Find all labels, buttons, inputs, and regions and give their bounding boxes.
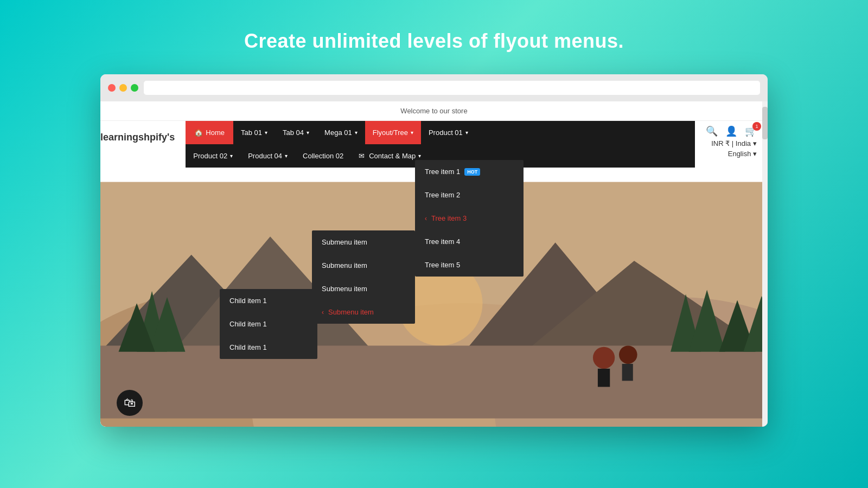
address-bar[interactable] — [144, 81, 760, 95]
submenu-item-1-label: Submenu item — [322, 238, 367, 246]
tree-item-3[interactable]: ‹ Tree item 3 — [415, 207, 524, 230]
nav-home-label: Home — [206, 129, 225, 137]
chevron-down-icon: ▾ — [418, 153, 421, 159]
tree-item-1[interactable]: Tree item 1 HOT — [415, 160, 524, 183]
svg-rect-18 — [598, 369, 610, 387]
nav-product04[interactable]: Product 04 ▾ — [240, 144, 295, 168]
welcome-bar: Welcome to our store — [100, 101, 768, 121]
nav-flyout-tree[interactable]: Flyout/Tree ▾ — [365, 121, 421, 144]
chevron-down-icon: ▾ — [355, 130, 358, 136]
child-item-1[interactable]: Child item 1 — [220, 289, 317, 312]
close-button[interactable] — [108, 84, 116, 92]
chevron-down-icon: ▾ — [285, 153, 288, 159]
chevron-down-icon: ▾ — [265, 130, 267, 136]
welcome-text: Welcome to our store — [400, 107, 467, 115]
child-item-3-label: Child item 1 — [229, 343, 267, 351]
account-icon[interactable]: 👤 — [725, 125, 737, 137]
nav-product04-label: Product 04 — [248, 152, 282, 160]
tree-item-2-label: Tree item 2 — [425, 191, 460, 199]
home-icon: 🏠 — [194, 129, 203, 137]
scrollbar-thumb[interactable] — [762, 107, 768, 139]
chevron-down-icon: ▾ — [411, 130, 413, 136]
language-row[interactable]: English ▾ — [728, 150, 757, 158]
nav-tab04-label: Tab 04 — [283, 129, 304, 137]
nav-collection02[interactable]: Collection 02 — [295, 144, 351, 168]
currency-row[interactable]: INR ₹ | India ▾ — [711, 139, 757, 147]
nav-tab01[interactable]: Tab 01 ▾ — [233, 121, 275, 144]
svg-rect-9 — [100, 345, 768, 418]
icons-row: 🔍 👤 🛒 1 — [706, 125, 757, 137]
nav-product02-label: Product 02 — [193, 152, 227, 160]
nav-product01-label: Product 01 — [429, 129, 463, 137]
nav-collection02-label: Collection 02 — [303, 152, 343, 160]
tree-item-5-label: Tree item 5 — [425, 261, 460, 269]
nav-mega01[interactable]: Mega 01 ▾ — [317, 121, 365, 144]
shopify-icon: 🛍 — [124, 396, 136, 410]
flyout-tree-dropdown: Tree item 1 HOT Tree item 2 ‹ Tree item … — [415, 160, 524, 277]
submenu-item-2-label: Submenu item — [322, 261, 367, 269]
chevron-down-icon: ▾ — [307, 130, 309, 136]
header-right: 🔍 👤 🛒 1 INR ₹ | India ▾ English ▾ — [695, 121, 768, 168]
nav-product01[interactable]: Product 01 ▾ — [421, 121, 476, 144]
tree-item-3-label: Tree item 3 — [431, 214, 467, 222]
store-logo: learningshpify's — [100, 121, 186, 168]
tree-item-5[interactable]: Tree item 5 — [415, 253, 524, 277]
minimize-button[interactable] — [119, 84, 127, 92]
chevron-down-icon: ▾ — [465, 130, 468, 136]
child-item-1-label: Child item 1 — [229, 297, 267, 305]
nav-envelope-icon: ✉ — [359, 152, 365, 160]
browser-window: Welcome to our store learningshpify's 🏠 … — [100, 74, 768, 427]
svg-point-19 — [619, 345, 637, 364]
nav-flyout-label: Flyout/Tree — [373, 129, 408, 137]
currency-chevron-icon: ▾ — [753, 139, 757, 147]
shopify-badge[interactable]: 🛍 — [117, 390, 143, 416]
tree-item-2[interactable]: Tree item 2 — [415, 183, 524, 207]
hot-badge: HOT — [464, 168, 480, 176]
submenu-dropdown: Submenu item Submenu item Submenu item ‹… — [312, 230, 415, 324]
tree-item-4-label: Tree item 4 — [425, 237, 460, 246]
tree-item-4[interactable]: Tree item 4 — [415, 230, 524, 253]
browser-chrome — [100, 74, 768, 101]
cart-count-badge: 1 — [752, 122, 761, 131]
chevron-down-icon: ▾ — [230, 153, 233, 159]
back-chevron-icon: ‹ — [425, 215, 427, 222]
child-item-3[interactable]: Child item 1 — [220, 336, 317, 359]
nav-product02[interactable]: Product 02 ▾ — [186, 144, 240, 168]
tree-item-1-label: Tree item 1 — [425, 168, 460, 176]
submenu-item-1[interactable]: Submenu item — [312, 230, 415, 254]
nav-home[interactable]: 🏠 Home — [186, 121, 233, 144]
submenu-item-4-label: Submenu item — [328, 308, 374, 316]
child-item-2[interactable]: Child item 1 — [220, 312, 317, 336]
traffic-lights — [108, 84, 138, 92]
scrollbar[interactable] — [762, 101, 768, 427]
svg-point-17 — [593, 347, 615, 369]
language-chevron-icon: ▾ — [753, 150, 757, 158]
search-icon[interactable]: 🔍 — [706, 125, 718, 137]
child-dropdown: Child item 1 Child item 1 Child item 1 — [220, 289, 317, 359]
nav-row-1: 🏠 Home Tab 01 ▾ Tab 04 ▾ Mega 01 ▾ — [186, 121, 695, 144]
cart-icon-wrapper[interactable]: 🛒 1 — [745, 125, 757, 137]
submenu-item-3[interactable]: Submenu item — [312, 277, 415, 300]
currency-label: INR ₹ | India — [711, 139, 751, 147]
browser-content: Welcome to our store learningshpify's 🏠 … — [100, 101, 768, 427]
page-headline: Create unlimited levels of flyout menus. — [244, 30, 624, 53]
nav-tab01-label: Tab 01 — [241, 129, 262, 137]
nav-mega01-label: Mega 01 — [324, 129, 352, 137]
submenu-item-2[interactable]: Submenu item — [312, 254, 415, 277]
maximize-button[interactable] — [131, 84, 138, 92]
nav-tab04[interactable]: Tab 04 ▾ — [275, 121, 317, 144]
language-label: English — [728, 150, 751, 158]
back-chevron-icon: ‹ — [322, 309, 324, 316]
child-item-2-label: Child item 1 — [229, 320, 267, 328]
submenu-item-3-label: Submenu item — [322, 285, 367, 293]
submenu-item-4[interactable]: ‹ Submenu item — [312, 300, 415, 324]
svg-rect-20 — [622, 364, 633, 381]
nav-contact-label: Contact & Map — [369, 152, 416, 160]
